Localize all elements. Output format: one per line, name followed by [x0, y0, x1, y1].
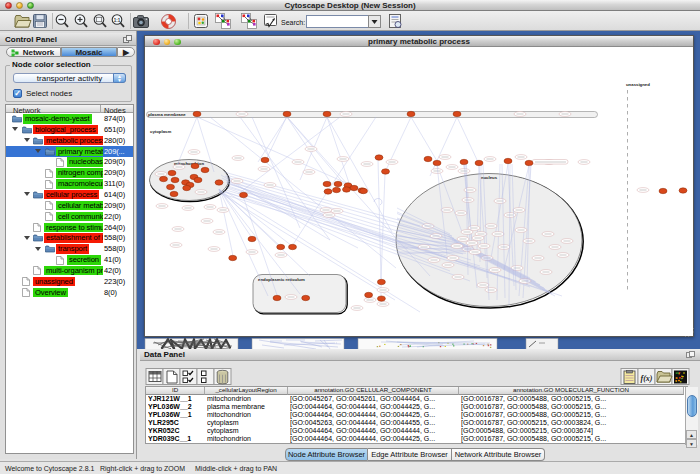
svg-text:1:1: 1:1	[114, 18, 121, 23]
svg-text:f(x): f(x)	[641, 374, 653, 383]
svg-text:endoplasmic reticulum: endoplasmic reticulum	[258, 277, 305, 282]
svg-text:cytoplasm: cytoplasm	[150, 129, 171, 134]
svg-text:unassigned: unassigned	[626, 82, 650, 87]
svg-text:plasma membrane: plasma membrane	[148, 112, 186, 117]
svg-text:Search:: Search:	[281, 19, 305, 26]
